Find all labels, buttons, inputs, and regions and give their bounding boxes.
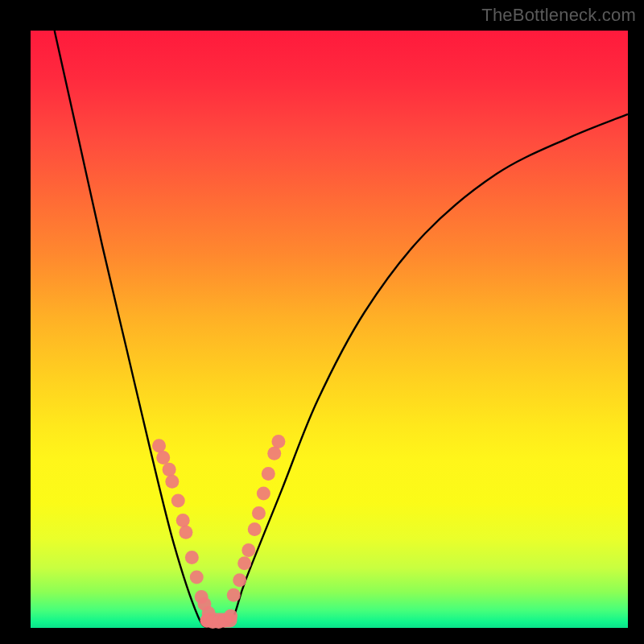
scatter-point	[185, 551, 199, 564]
scatter-point	[156, 451, 170, 464]
scatter-point	[242, 543, 255, 557]
scatter-point	[190, 570, 204, 584]
scatter-point	[262, 467, 275, 481]
curve-path	[55, 31, 628, 630]
plot-area	[31, 31, 628, 628]
scatter-point	[248, 522, 262, 536]
scatter-point	[267, 447, 281, 460]
scatter-point	[163, 463, 176, 477]
scatter-point	[233, 573, 246, 587]
scatter-point	[152, 439, 166, 452]
scatter-point	[171, 493, 185, 507]
scatter-point	[257, 487, 270, 501]
scatter-point	[252, 506, 266, 520]
scatter-point	[176, 514, 190, 527]
scatter-point	[165, 475, 179, 489]
watermark-text: TheBottleneck.com	[481, 5, 636, 26]
main-curve	[55, 31, 628, 630]
chart-svg	[31, 31, 628, 628]
scatter-point	[271, 435, 285, 448]
scatter-point	[224, 609, 237, 623]
scatter-point	[179, 526, 192, 539]
scatter-point	[237, 556, 251, 570]
scatter-point	[227, 588, 241, 602]
chart-frame: TheBottleneck.com	[0, 0, 644, 644]
